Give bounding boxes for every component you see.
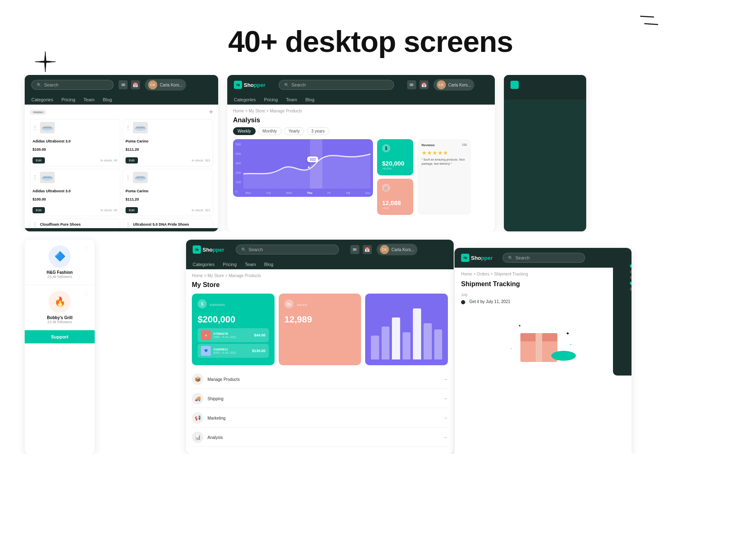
calendar-icon-ms[interactable]: 📅 — [363, 245, 372, 254]
product-stock-1: In stock: 40 — [100, 159, 117, 162]
heart-icon-2[interactable]: ♡ — [84, 291, 89, 297]
nav-team-m[interactable]: Team — [286, 97, 297, 102]
box-svg: ✦ ✦ ✦ ✦ — [498, 313, 588, 370]
product-img-3 — [40, 172, 55, 183]
stat-icon-cart: 🛒 — [382, 184, 390, 192]
logo-icon-mystore: 🛍 — [193, 245, 201, 254]
nav-blog[interactable]: Blog — [103, 97, 112, 102]
dot-menu-2[interactable]: ⋮ — [126, 125, 130, 131]
order-info-1: #7656278 3000 · 9 Jul, 2021 — [213, 332, 252, 338]
search-box-left[interactable]: 🔍 Search — [31, 80, 114, 90]
nav-links-mystore: Categories Pricing Team Blog — [186, 259, 454, 269]
avatar-img: CK — [148, 80, 157, 89]
calendar-icon[interactable]: 📅 — [131, 80, 140, 89]
shipment-illustration: ✦ ✦ ✦ ✦ — [461, 313, 625, 370]
user-avatar-middle[interactable]: CK Carla Kors... — [433, 79, 475, 91]
edit-btn-2[interactable]: Edit — [126, 157, 138, 163]
dot-menu-1[interactable]: ⋮ — [33, 125, 37, 131]
breadcrumb-mystore: Home > My Store > Manage Products — [192, 273, 448, 278]
chart-row: 500 400 300 200 100 0 322 — [233, 139, 489, 215]
tab-yearly[interactable]: Yearly — [284, 127, 304, 135]
sales-label: SALES — [297, 303, 308, 307]
bar-1 — [371, 336, 379, 359]
svg-line-0 — [641, 13, 654, 20]
nav-categories-ms[interactable]: Categories — [193, 262, 214, 267]
store-links: 📦 Manage Products → 🚚 Shipping → 📢 Marke… — [192, 370, 448, 447]
nav-team-ms[interactable]: Team — [245, 262, 256, 267]
chart-labels: 500 400 300 200 100 0 — [235, 142, 241, 194]
bar-5 — [413, 308, 421, 359]
bar-4 — [403, 332, 411, 359]
dot-menu-6[interactable]: ⋮ — [126, 222, 130, 227]
user-avatar-left[interactable]: CK Carla Kors... — [145, 79, 186, 91]
nav-pricing[interactable]: Pricing — [61, 97, 75, 102]
product-item-2: ⋮ Puma Carino $111.20 Edit In stock: 321 — [123, 119, 213, 166]
search-box-mystore[interactable]: 🔍 Search — [236, 245, 339, 254]
dot-menu-3[interactable]: ⋮ — [33, 175, 37, 180]
hidden-badge[interactable]: Hidden — [30, 110, 47, 115]
link-arrow-analysis: → — [443, 434, 448, 440]
store-cards-row: $ EARNING $200,000 🧴 #7656278 3000 · 9 J… — [192, 294, 448, 365]
product-item-1: ⋮ Adidas Ultraboost 3.0 $100.00 Edit In … — [30, 119, 120, 166]
tab-weekly[interactable]: Weekly — [233, 127, 256, 135]
logo-mystore: 🛍 Shopper — [193, 245, 224, 254]
screen-product-management: 🔍 Search ✉ 📅 CK Carla Kors... Categories… — [25, 75, 218, 231]
product-img-4 — [133, 172, 148, 183]
review-header: Reviews 233 — [422, 143, 467, 147]
calendar-icon-m[interactable]: 📅 — [419, 80, 429, 89]
svg-text:✦: ✦ — [510, 348, 512, 350]
store-link-marketing[interactable]: 📢 Marketing → — [192, 409, 448, 427]
support-button[interactable]: Support — [25, 330, 95, 343]
edit-btn-4[interactable]: Edit — [126, 207, 138, 213]
product-img-2 — [133, 122, 148, 133]
nav-pricing-ms[interactable]: Pricing — [223, 262, 237, 267]
store-link-products[interactable]: 📦 Manage Products → — [192, 370, 448, 389]
search-box-shipment[interactable]: 🔍 Search — [503, 253, 585, 263]
social-screen: ♡ 🔷 H&G Fashion 23.4k followers ♡ 🔥 Bobb… — [25, 240, 95, 454]
dm-dot-4 — [630, 282, 631, 285]
my-store-title: My Store — [192, 281, 448, 289]
link-icon-marketing: 📢 — [192, 412, 203, 424]
social-followers-bobby: 23.4k followers — [47, 320, 72, 324]
mail-icon-m[interactable]: ✉ — [407, 80, 416, 89]
nav-categories[interactable]: Categories — [31, 97, 53, 102]
dm-dot-5 — [630, 287, 631, 291]
nav-blog-ms[interactable]: Blog — [264, 262, 273, 267]
social-name-hg: H&G Fashion — [47, 270, 72, 275]
sales-icon: 🛍 — [284, 299, 294, 308]
svg-rect-10 — [555, 352, 572, 360]
nav-bar-right — [504, 75, 586, 95]
mail-icon[interactable]: ✉ — [119, 80, 128, 89]
dot-menu-5[interactable]: ⋮ — [33, 222, 37, 227]
add-product-btn[interactable]: + — [209, 108, 213, 117]
heart-icon-1[interactable]: ♡ — [84, 245, 89, 252]
social-item-bobby: ♡ 🔥 Bobby's Grill 23.4k followers — [25, 285, 95, 330]
nav-blog-m[interactable]: Blog — [305, 97, 315, 102]
nav-categories-m[interactable]: Categories — [234, 97, 256, 102]
product-item-4: ⋮ Puma Carino $111.20 Edit In stock: 321 — [123, 169, 213, 216]
bar-chart-card — [365, 294, 448, 365]
svg-rect-8 — [536, 333, 542, 362]
product-name-5: Cloudfoam Pure Shoes — [40, 222, 81, 226]
day-tue: Tue — [266, 191, 271, 194]
dot-menu-4[interactable]: ⋮ — [126, 175, 130, 180]
edit-btn-1[interactable]: Edit — [33, 157, 45, 163]
mail-icon-ms[interactable]: ✉ — [350, 245, 359, 254]
nav-pricing-m[interactable]: Pricing — [264, 97, 278, 102]
nav-team[interactable]: Team — [84, 97, 95, 102]
logo-icon-right — [510, 81, 519, 89]
search-box-middle[interactable]: 🔍 Search — [279, 80, 394, 90]
order-item-2: 💙 #1000811 3000 · 9 Jul, 2021 $130.00 — [198, 344, 269, 358]
tab-3years[interactable]: 3 years — [307, 127, 329, 135]
shipment-dot — [461, 300, 465, 304]
chart-label-400: 400 — [235, 152, 241, 156]
edit-btn-3[interactable]: Edit — [33, 207, 45, 213]
user-avatar-mystore[interactable]: CK Carla Kors... — [377, 244, 418, 255]
store-link-analysis[interactable]: 📊 Analysis → — [192, 428, 448, 447]
product-price-2: $111.20 — [126, 147, 139, 152]
nav-icons-left: ✉ 📅 — [119, 80, 140, 89]
product-top-actions: Hidden + — [30, 108, 213, 117]
store-link-shipping[interactable]: 🚚 Shipping → — [192, 390, 448, 408]
tab-monthly[interactable]: Monthly — [258, 127, 282, 135]
link-label-products: Manage Products — [207, 377, 439, 382]
